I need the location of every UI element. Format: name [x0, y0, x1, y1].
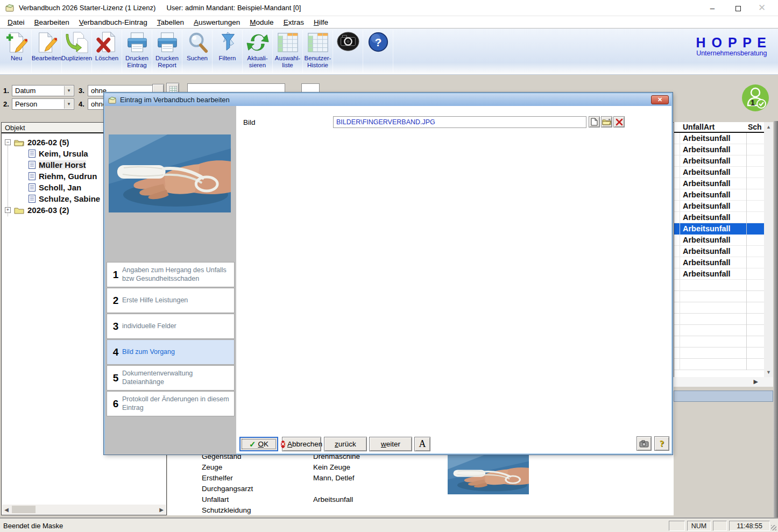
- scroll-down-icon[interactable]: ▼: [764, 367, 773, 377]
- grid-row-empty[interactable]: [674, 302, 764, 314]
- grid-row[interactable]: Arbeitsunfall: [674, 167, 764, 178]
- status-num-indicator: NUM: [687, 521, 711, 531]
- clear-image-button[interactable]: [613, 116, 625, 127]
- step-3[interactable]: 3 individuelle Felder: [107, 314, 235, 339]
- resize-grip[interactable]: [771, 525, 776, 530]
- expand-icon[interactable]: +: [5, 207, 11, 213]
- step-4-selected[interactable]: 4 Bild zum Vorgang: [107, 339, 235, 365]
- tree-group-2026-02[interactable]: − 2026-02 (5): [5, 137, 69, 148]
- column-header-unfallart[interactable]: UnfallArt: [683, 123, 715, 131]
- step-2[interactable]: 2 Erste Hilfe Leistungen: [107, 288, 235, 313]
- toolbar-drucken-eintrag-button[interactable]: Drucken Eintrag: [122, 30, 152, 73]
- tree-item-riehm-gudrun[interactable]: Riehm, Gudrun: [29, 171, 97, 182]
- tree-item-schulze-sabine[interactable]: Schulze, Sabine: [29, 193, 100, 204]
- grid-row-empty[interactable]: [674, 336, 764, 347]
- scroll-right-icon[interactable]: ▶: [754, 378, 758, 385]
- filter3-label: 3.: [79, 87, 84, 95]
- user-status-badge[interactable]: 1: [741, 84, 769, 112]
- step-1[interactable]: 1 Angaben zum Hergang des Unfalls bzw Ge…: [107, 262, 235, 287]
- menu-hilfe[interactable]: Hilfe: [309, 17, 333, 27]
- scroll-up-icon[interactable]: ▲: [764, 122, 773, 132]
- grid-row-empty[interactable]: [674, 280, 764, 291]
- font-button[interactable]: A: [414, 437, 430, 451]
- grid-row[interactable]: Arbeitsunfall: [674, 257, 764, 268]
- app-icon: [5, 4, 15, 12]
- open-folder-icon: [602, 118, 611, 125]
- grid-row-empty[interactable]: [674, 359, 764, 370]
- grid-row[interactable]: Arbeitsunfall: [674, 155, 764, 167]
- tree-item-scholl-jan[interactable]: Scholl, Jan: [29, 182, 81, 193]
- dialog-close-button[interactable]: ✕: [651, 95, 669, 104]
- menu-verbandbuch-eintrag[interactable]: Verbandbuch-Eintrag: [74, 17, 152, 27]
- detail-value: Kein Zeuge: [313, 463, 350, 471]
- browse-file-button[interactable]: [601, 116, 612, 127]
- record-photo-thumbnail: [448, 454, 529, 494]
- toolbar-auswahlliste-button[interactable]: Auswahl- liste: [273, 30, 303, 73]
- grid-row[interactable]: Arbeitsunfall: [674, 212, 764, 223]
- menu-extras[interactable]: Extras: [279, 17, 309, 27]
- grid-row[interactable]: Arbeitsunfall: [674, 201, 764, 212]
- scroll-left-icon[interactable]: ◀: [2, 507, 11, 513]
- toolbar-hilfe-button[interactable]: ?: [363, 30, 393, 73]
- grid-row[interactable]: Arbeitsunfall: [674, 246, 764, 257]
- toolbar-suchen-button[interactable]: Suchen: [182, 30, 213, 73]
- grid-row[interactable]: Arbeitsunfall: [674, 189, 764, 201]
- menu-tabellen[interactable]: Tabellen: [152, 17, 189, 27]
- search-icon: [185, 31, 210, 54]
- collapse-icon[interactable]: −: [5, 139, 11, 145]
- cancel-button[interactable]: ✕ Abbrechen: [282, 437, 321, 451]
- menu-bearbeiten[interactable]: Bearbeiten: [30, 17, 74, 27]
- bild-label: Bild: [243, 118, 256, 126]
- tree-item-mueller-horst[interactable]: Müller Horst: [29, 159, 86, 171]
- grid-horizontal-scrollbar[interactable]: ▶: [674, 377, 773, 387]
- grid-row-empty[interactable]: [674, 325, 764, 336]
- step-6[interactable]: 6 Protokoll der Änderungen in diesem Ein…: [107, 391, 235, 416]
- menu-auswertungen[interactable]: Auswertungen: [189, 17, 245, 27]
- menu-module[interactable]: Module: [245, 17, 278, 27]
- grid-row-selected[interactable]: Arbeitsunfall: [674, 223, 764, 235]
- grid-row[interactable]: Arbeitsunfall: [674, 178, 764, 189]
- menu-datei[interactable]: Datei: [3, 17, 30, 27]
- grid-row[interactable]: Arbeitsunfall: [674, 268, 764, 280]
- tree-horizontal-scrollbar[interactable]: ◀ ▶: [2, 505, 166, 514]
- scrollbar-thumb[interactable]: [12, 506, 36, 513]
- grid-row[interactable]: Arbeitsunfall: [674, 235, 764, 246]
- ok-button[interactable]: ✓ OK: [239, 437, 278, 451]
- print-report-icon: [155, 31, 180, 54]
- toolbar-loeschen-button[interactable]: Löschen: [92, 30, 122, 73]
- toolbar-neu-button[interactable]: Neu: [2, 30, 32, 73]
- grid-vertical-scrollbar[interactable]: ▲ ▼: [764, 122, 773, 377]
- tree-group-2026-03[interactable]: + 2026-03 (2): [5, 204, 69, 216]
- toolbar-duplizieren-button[interactable]: Duplizieren: [62, 30, 92, 73]
- next-button[interactable]: weiter: [369, 437, 412, 451]
- step-5[interactable]: 5 Dokumentenverwaltung Dateianhänge: [107, 365, 235, 391]
- bild-path-input[interactable]: BILDER\FINGERVERBAND.JPG: [333, 116, 586, 128]
- filter2-select[interactable]: Person▾: [12, 98, 74, 110]
- column-header-sch[interactable]: Sch: [748, 123, 762, 131]
- filter1-label: 1.: [3, 87, 9, 95]
- minimize-button[interactable]: –: [701, 0, 724, 16]
- toolbar-filtern-button[interactable]: Filtern: [213, 30, 243, 73]
- filter1-select[interactable]: Datum▾: [12, 85, 74, 96]
- tree-item-keim-ursula[interactable]: Keim, Ursula: [29, 148, 88, 159]
- maximize-button[interactable]: [726, 0, 750, 16]
- back-button[interactable]: zurück: [324, 437, 367, 451]
- grid-row-empty[interactable]: [674, 291, 764, 302]
- grid-row-empty[interactable]: [674, 314, 764, 325]
- close-button[interactable]: ✕: [750, 0, 774, 16]
- grid-row-empty[interactable]: [674, 347, 764, 359]
- toolbar-drucken-report-button[interactable]: Drucken Report: [152, 30, 182, 73]
- dialog-help-button[interactable]: ?: [654, 436, 669, 451]
- grid-row[interactable]: Arbeitsunfall: [674, 144, 764, 155]
- toolbar-aktualisieren-button[interactable]: Aktuali- sieren: [243, 30, 273, 73]
- toolbar-camera-button[interactable]: [333, 30, 363, 73]
- edit-icon: [34, 31, 59, 54]
- filter-icon: [215, 31, 240, 54]
- new-file-button[interactable]: [589, 116, 600, 127]
- dialog-camera-button[interactable]: [636, 436, 652, 451]
- scroll-right-icon[interactable]: ▶: [157, 507, 166, 513]
- dialog-titlebar[interactable]: Eintrag im Verbandbuch bearbeiten ✕: [105, 94, 671, 106]
- grid-row[interactable]: Arbeitsunfall: [674, 133, 764, 144]
- toolbar-bearbeiten-button[interactable]: Bearbeiten: [32, 30, 62, 73]
- toolbar-benutzer-historie-button[interactable]: Benutzer- Historie: [303, 30, 333, 73]
